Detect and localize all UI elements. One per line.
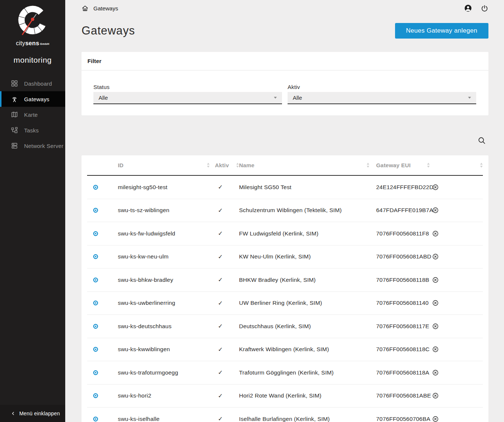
table-row[interactable]: swu-ks-deutschhaus ✓ Deutschhaus (Kerlin… bbox=[87, 315, 483, 338]
column-label: Name bbox=[239, 162, 255, 168]
blue-radio-icon[interactable] bbox=[94, 232, 97, 235]
table-row[interactable]: swu-ks-iselhalle ✓ Iselhalle Burlafingen… bbox=[87, 408, 483, 422]
table-row[interactable]: milesight-sg50-test ✓ Milesight SG50 Tes… bbox=[87, 176, 483, 199]
row-eui: 7076FF0056081ABD bbox=[376, 253, 430, 260]
home-icon bbox=[82, 5, 89, 12]
row-aktiv: ✓ bbox=[215, 415, 239, 422]
dissociate-button[interactable] bbox=[432, 392, 439, 399]
dissociate-button[interactable] bbox=[432, 277, 439, 283]
blue-radio-icon[interactable] bbox=[94, 209, 97, 212]
sort-icon bbox=[480, 163, 483, 168]
blue-radio-icon[interactable] bbox=[94, 301, 97, 304]
sidebar-item-tasks[interactable]: Tasks bbox=[0, 122, 65, 138]
row-name: Hori2 Rote Wand (Kerlink, SIM) bbox=[239, 392, 376, 399]
dissociate-button[interactable] bbox=[432, 369, 439, 376]
row-eui: 7076FF005608117E bbox=[376, 323, 430, 330]
column-header-actions[interactable] bbox=[430, 163, 483, 168]
column-header-gateway-eui[interactable]: Gateway EUI bbox=[376, 162, 430, 168]
sidebar-item-network-server[interactable]: Network Server bbox=[0, 138, 65, 154]
column-header-name[interactable]: Name bbox=[239, 162, 376, 168]
blue-radio-icon[interactable] bbox=[94, 418, 97, 421]
blue-radio-icon[interactable] bbox=[94, 325, 97, 328]
table-row[interactable]: swu-ks-kw-neu-ulm ✓ KW Neu-Ulm (Kerlink,… bbox=[87, 245, 483, 269]
sidebar-item-gateways[interactable]: Gateways bbox=[0, 91, 65, 107]
topbar-actions bbox=[464, 4, 488, 12]
table-row[interactable]: swu-ks-kwwiblingen ✓ Kraftwerk Wiblingen… bbox=[87, 338, 483, 362]
blue-radio-icon[interactable] bbox=[94, 394, 97, 397]
aktiv-label: Aktiv bbox=[288, 84, 476, 90]
dissociate-button[interactable] bbox=[432, 323, 439, 330]
table-row[interactable]: swu-ks-trafoturmgoegg ✓ Trafoturm Göggli… bbox=[87, 361, 483, 385]
collapse-menu-button[interactable]: Menü einklappen bbox=[0, 405, 65, 422]
row-name: Schulzentrum Wiblingen (Tektelik, SIM) bbox=[239, 207, 376, 214]
status-select[interactable]: Alle bbox=[93, 92, 282, 104]
row-eui: 7076FF005608118B bbox=[376, 277, 430, 283]
status-label: Status bbox=[93, 84, 282, 90]
table-row[interactable]: swu-ks-fw-ludwigsfeld ✓ FW Ludwigsfeld (… bbox=[87, 222, 483, 245]
column-label: ID bbox=[118, 162, 123, 168]
account-button[interactable] bbox=[464, 4, 472, 12]
row-name: Milesight SG50 Test bbox=[239, 184, 376, 191]
row-action-cell bbox=[430, 277, 483, 283]
row-name: BHKW Bradley (Kerlink, SIM) bbox=[239, 277, 376, 283]
row-status-cell bbox=[87, 394, 118, 397]
search-button[interactable] bbox=[477, 136, 486, 145]
row-id: milesight-sg50-test bbox=[118, 184, 215, 191]
dissociate-button[interactable] bbox=[432, 184, 439, 191]
aktiv-select[interactable]: Alle bbox=[288, 92, 476, 104]
sidebar-nav: Dashboard Gateways Karte Tasks Network S… bbox=[0, 76, 65, 154]
row-eui: 7076FF0056081ABE bbox=[376, 392, 430, 399]
row-id: swu-ks-kw-neu-ulm bbox=[118, 253, 215, 260]
brand-gmbh: GmbH bbox=[40, 42, 49, 46]
circle-x-icon bbox=[432, 300, 439, 306]
row-status-cell bbox=[87, 232, 118, 235]
chevron-down-icon bbox=[274, 97, 277, 99]
table-row[interactable]: swu-ks-uwberlinerring ✓ UW Berliner Ring… bbox=[87, 292, 483, 315]
dissociate-button[interactable] bbox=[432, 300, 439, 306]
blue-radio-icon[interactable] bbox=[94, 186, 97, 189]
row-aktiv: ✓ bbox=[215, 207, 239, 214]
row-action-cell bbox=[430, 253, 483, 260]
row-name: Kraftwerk Wiblingen (Kerlink, SIM) bbox=[239, 346, 376, 353]
table-row[interactable]: swu-ts-sz-wiblingen ✓ Schulzentrum Wibli… bbox=[87, 199, 483, 222]
table-row[interactable]: swu-ks-bhkw-bradley ✓ BHKW Bradley (Kerl… bbox=[87, 268, 483, 292]
row-name: Iselhalle Burlafingen (Kerlink, SIM) bbox=[239, 416, 376, 422]
breadcrumb[interactable]: Gateways bbox=[82, 5, 118, 12]
dissociate-button[interactable] bbox=[432, 207, 439, 214]
blue-radio-icon[interactable] bbox=[94, 348, 97, 351]
column-label: Aktiv bbox=[215, 162, 229, 168]
dissociate-button[interactable] bbox=[432, 253, 439, 260]
filter-fields: Status Alle Aktiv Alle bbox=[82, 70, 488, 115]
blue-radio-icon[interactable] bbox=[94, 278, 97, 281]
row-id: swu-ks-kwwiblingen bbox=[118, 346, 215, 353]
sidebar-item-karte[interactable]: Karte bbox=[0, 107, 65, 122]
row-id: swu-ts-sz-wiblingen bbox=[118, 207, 215, 214]
blue-radio-icon[interactable] bbox=[94, 371, 97, 374]
column-header-id[interactable]: ID bbox=[118, 162, 215, 168]
row-action-cell bbox=[430, 207, 483, 214]
sort-icon bbox=[427, 163, 430, 168]
circle-x-icon bbox=[432, 230, 439, 237]
row-action-cell bbox=[430, 346, 483, 353]
brand-wordmark: citysensGmbH bbox=[0, 40, 65, 47]
logout-button[interactable] bbox=[481, 4, 488, 12]
row-action-cell bbox=[430, 300, 483, 306]
blue-radio-icon[interactable] bbox=[94, 255, 97, 258]
brand-logo: citysensGmbH bbox=[0, 0, 65, 47]
status-select-value: Alle bbox=[99, 95, 108, 101]
dissociate-button[interactable] bbox=[432, 346, 439, 353]
new-gateway-button[interactable]: Neues Gateway anlegen bbox=[395, 23, 488, 39]
table-row[interactable]: swu-ks-hori2 ✓ Hori2 Rote Wand (Kerlink,… bbox=[87, 385, 483, 408]
row-id: swu-ks-trafoturmgoegg bbox=[118, 369, 215, 376]
sidebar: citysensGmbH monitoring Dashboard Gatewa… bbox=[0, 0, 65, 422]
circle-x-icon bbox=[432, 253, 439, 260]
circle-x-icon bbox=[432, 207, 439, 214]
column-header-aktiv[interactable]: Aktiv bbox=[215, 162, 239, 168]
row-status-cell bbox=[87, 186, 118, 189]
sidebar-item-label: Dashboard bbox=[24, 80, 52, 87]
dissociate-button[interactable] bbox=[432, 416, 439, 422]
sidebar-item-dashboard[interactable]: Dashboard bbox=[0, 76, 65, 91]
dissociate-button[interactable] bbox=[432, 230, 439, 237]
row-status-cell bbox=[87, 325, 118, 328]
brand-sens: sens bbox=[25, 40, 39, 46]
